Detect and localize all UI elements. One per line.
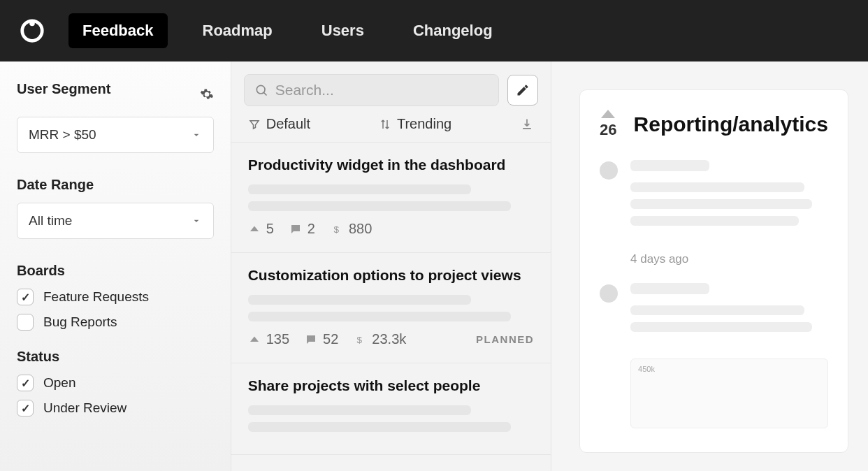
status-label: Open [43, 375, 75, 391]
svg-point-2 [256, 85, 265, 94]
card-metrics: 135 52 $ 23.3k PLANNED [248, 331, 534, 347]
status-tag: PLANNED [476, 333, 534, 345]
search-row [231, 61, 551, 106]
comment-count: 52 [323, 331, 338, 347]
skeleton-line [248, 405, 471, 415]
skeleton-line [248, 295, 471, 305]
date-range-title: Date Range [17, 177, 214, 193]
detail-title: Reporting/analytics [634, 113, 828, 136]
sort-trending[interactable]: Trending [379, 116, 451, 132]
sort-icon [379, 118, 391, 131]
skeleton-line [630, 283, 709, 294]
comment-icon [289, 223, 302, 236]
skeleton-line [630, 199, 812, 209]
nav-users[interactable]: Users [308, 13, 378, 48]
feedback-card[interactable]: Customization options to project views 1… [231, 253, 551, 363]
gear-icon[interactable] [200, 87, 214, 101]
comment-count: 2 [308, 221, 315, 237]
card-title: Productivity widget in the dashboard [248, 157, 534, 173]
search-icon [254, 82, 268, 98]
svg-point-1 [29, 21, 35, 27]
status-label: Under Review [43, 400, 126, 416]
comment-block [600, 283, 828, 339]
sidebar: User Segment MRR > $50 Date Range All ti… [0, 61, 231, 471]
search-input[interactable] [275, 82, 489, 99]
board-bug-reports[interactable]: Bug Reports [17, 314, 214, 331]
svg-text:$: $ [357, 334, 363, 345]
card-metrics: 5 2 $ 880 [248, 221, 534, 237]
value-metric: $ 880 [331, 221, 372, 237]
dollar-icon: $ [331, 223, 343, 236]
upvote-metric[interactable]: 135 [248, 331, 289, 347]
comment-block [600, 160, 828, 233]
time-ago: 4 days ago [630, 252, 828, 266]
date-range-select[interactable]: All time [17, 203, 214, 239]
app-body: User Segment MRR > $50 Date Range All ti… [0, 61, 868, 471]
upvote-icon [601, 110, 615, 118]
upvote-icon [248, 223, 261, 236]
chart-axis-label: 450k [638, 365, 655, 373]
filter-default[interactable]: Default [248, 116, 310, 132]
card-title: Share projects with select people [248, 377, 534, 394]
svg-line-3 [263, 92, 266, 95]
skeleton-line [630, 160, 709, 171]
vote-widget[interactable]: 26 [600, 110, 616, 139]
download-icon[interactable] [520, 117, 534, 131]
skeleton-line [248, 184, 471, 194]
nav-changelog[interactable]: Changelog [399, 13, 507, 48]
user-segment-header: User Segment [17, 81, 214, 107]
date-range-value: All time [29, 213, 72, 229]
user-segment-title: User Segment [17, 81, 111, 97]
chevron-down-icon [191, 215, 202, 226]
checkbox[interactable] [17, 289, 34, 305]
skeleton-line [248, 201, 512, 211]
upvote-icon [248, 333, 261, 346]
checkbox[interactable] [17, 400, 34, 416]
avatar [600, 161, 618, 180]
value-amount: 23.3k [372, 331, 406, 347]
detail-panel: 26 Reporting/analytics 4 days ago [551, 61, 868, 471]
skeleton-line [630, 305, 804, 315]
comment-metric[interactable]: 2 [289, 221, 315, 237]
avatar [600, 284, 618, 303]
value-amount: 880 [349, 221, 372, 237]
boards-title: Boards [17, 263, 214, 279]
nav-roadmap[interactable]: Roadmap [189, 13, 287, 48]
status-open[interactable]: Open [17, 375, 214, 391]
status-title: Status [17, 349, 214, 365]
upvote-count: 5 [266, 221, 274, 237]
filter-bar: Default Trending [231, 106, 551, 143]
upvote-metric[interactable]: 5 [248, 221, 274, 237]
new-post-button[interactable] [507, 75, 538, 106]
user-segment-select[interactable]: MRR > $50 [17, 117, 214, 153]
value-metric: $ 23.3k [354, 331, 406, 347]
board-label: Feature Requests [43, 289, 149, 305]
app-logo [17, 15, 48, 46]
vote-count: 26 [600, 121, 616, 139]
logo-icon [19, 17, 45, 44]
top-nav: Feedback Roadmap Users Changelog [0, 0, 868, 61]
user-segment-value: MRR > $50 [29, 127, 96, 143]
detail-header: 26 Reporting/analytics [600, 110, 828, 139]
status-under-review[interactable]: Under Review [17, 400, 214, 416]
checkbox[interactable] [17, 375, 34, 391]
feedback-card[interactable]: Share projects with select people [231, 363, 551, 455]
board-feature-requests[interactable]: Feature Requests [17, 289, 214, 305]
feedback-list: Default Trending Productivity widget in … [231, 61, 551, 471]
skeleton-line [248, 312, 512, 321]
pencil-icon [516, 83, 530, 97]
skeleton-line [630, 322, 812, 332]
checkbox[interactable] [17, 314, 34, 331]
mini-chart: 450k [630, 358, 828, 428]
search-box[interactable] [244, 74, 499, 106]
skeleton-line [630, 216, 798, 226]
svg-text:$: $ [333, 224, 339, 234]
detail-card: 26 Reporting/analytics 4 days ago [579, 89, 848, 453]
sort-label: Trending [397, 116, 451, 132]
comment-metric[interactable]: 52 [305, 331, 338, 347]
comment-icon [305, 333, 317, 346]
nav-feedback[interactable]: Feedback [68, 13, 168, 48]
dollar-icon: $ [354, 333, 366, 346]
card-title: Customization options to project views [248, 267, 534, 284]
feedback-card[interactable]: Productivity widget in the dashboard 5 2… [231, 143, 551, 253]
